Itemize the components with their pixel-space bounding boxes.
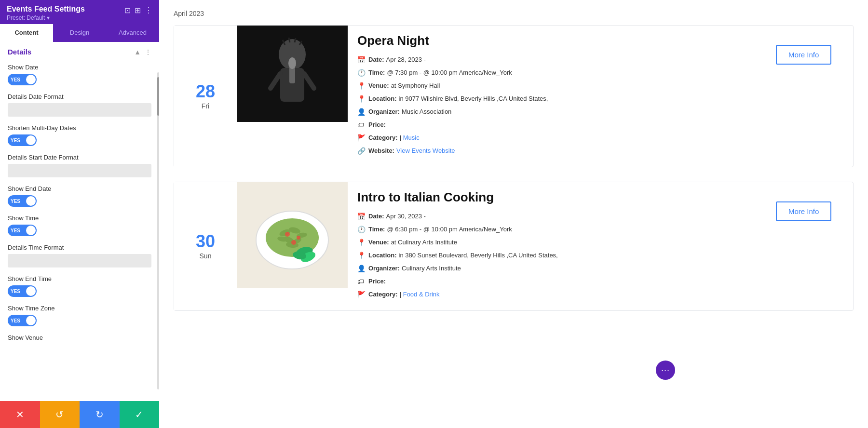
organizer-icon: 👤 [357,107,366,117]
cooking-day-name: Sun [200,252,212,260]
opera-category-row: 🚩 Category: | Music [357,133,766,143]
cooking-category-icon: 🚩 [357,290,366,300]
cooking-organizer-row: 👤 Organizer: Culinary Arts Institute [357,264,766,274]
svg-point-4 [288,57,296,69]
svg-point-21 [285,232,290,237]
show-timezone-toggle[interactable]: YES [8,315,37,326]
opera-organizer-value: Music Association [402,107,451,117]
show-date-toggle[interactable]: YES [8,74,37,85]
opera-website-label: Website: [368,146,394,156]
panel-title: Events Feed Settings [7,5,85,13]
cooking-calendar-icon: 📅 [357,212,366,222]
right-content: April 2023 28 Fri [159,0,868,428]
details-date-format-input[interactable] [8,103,151,117]
opera-price-label: Price: [368,120,386,130]
cooking-category-value: | Food & Drink [400,290,440,299]
shorten-multiday-label: Shorten Multi-Day Dates [8,124,151,132]
opera-website-link[interactable]: View Events Website [396,146,455,156]
cooking-right: More Info [776,182,853,310]
opera-organizer-row: 👤 Organizer: Music Association [357,107,766,117]
cooking-category-label: Category: [368,290,398,299]
category-icon: 🚩 [357,133,366,143]
shorten-multiday-toggle[interactable]: YES [8,134,37,146]
cooking-image [237,182,348,288]
cooking-price-label: Price: [368,277,386,286]
show-date-label: Show Date [8,64,151,71]
details-date-format-field: Details Date Format [0,89,159,120]
cooking-date-box: 30 Sun [174,182,237,310]
opera-date-value: Apr 28, 2023 - [386,55,426,65]
opera-date-row: 📅 Date: Apr 28, 2023 - [357,55,766,65]
show-end-date-toggle[interactable]: YES [8,195,37,207]
tab-advanced[interactable]: Advanced [106,24,159,42]
price-icon: 🏷 [357,120,366,130]
show-date-field: Show Date YES [0,60,159,89]
show-end-date-field: Show End Date YES [0,181,159,211]
opera-location-label: Location: [368,94,397,104]
cooking-day-num: 30 [196,233,215,250]
opera-time-value: @ 7:30 pm - @ 10:00 pm America/New_York [387,68,512,78]
cooking-category-link[interactable]: Food & Drink [403,291,440,298]
tab-design[interactable]: Design [53,24,106,42]
show-time-field: Show Time YES [0,211,159,240]
cooking-organizer-label: Organizer: [368,264,400,273]
opera-time-row: 🕐 Time: @ 7:30 pm - @ 10:00 pm America/N… [357,68,766,78]
cooking-venue-label: Venue: [368,238,389,247]
collapse-icon[interactable]: ▲ [134,48,141,56]
cooking-time-row: 🕐 Time: @ 6:30 pm - @ 10:00 pm America/N… [357,225,766,235]
cooking-location-row: 📍 Location: in 380 Sunset Boulevard, Bev… [357,251,766,261]
panel-tabs: Content Design Advanced [0,24,159,42]
show-time-toggle[interactable]: YES [8,225,37,236]
svg-point-22 [297,236,300,240]
bubble-dots-icon: ··· [661,365,670,375]
save-button[interactable]: ✓ [120,401,160,428]
reset-button[interactable]: ↺ [40,401,80,428]
event-card-cooking: 30 Sun [174,182,854,311]
opera-organizer-label: Organizer: [368,107,400,117]
cooking-more-info-button[interactable]: More Info [776,201,831,221]
event-card-opera: 28 Fri [174,25,854,167]
details-time-format-input[interactable] [8,254,151,268]
panel-header: Events Feed Settings Preset: Default ▾ ⊡… [0,0,159,24]
show-time-label: Show Time [8,214,151,222]
cooking-location-value: in 380 Sunset Boulevard, Beverly Hills ,… [399,251,558,260]
more-options-icon[interactable]: ⋮ [145,6,152,15]
opera-location-row: 📍 Location: in 9077 Wilshire Blvd, Bever… [357,94,766,104]
opera-right: More Info [776,26,853,167]
details-start-date-format-input[interactable] [8,164,151,177]
opera-details: Opera Night 📅 Date: Apr 28, 2023 - 🕐 Tim… [348,26,776,167]
cancel-button[interactable]: ✕ [0,401,40,428]
scroll-track[interactable] [157,72,159,389]
layout-icon[interactable]: ⊞ [135,6,141,15]
show-timezone-field: Show Time Zone YES [0,301,159,330]
scroll-thumb[interactable] [157,77,159,116]
details-section-header: Details ▲ ⋮ [0,42,159,60]
calendar-icon: 📅 [357,55,366,65]
tab-content[interactable]: Content [0,24,53,42]
details-start-date-format-label: Details Start Date Format [8,154,151,161]
opera-day-num: 28 [196,83,215,100]
opera-category-link[interactable]: Music [403,134,420,141]
shorten-multiday-field: Shorten Multi-Day Dates YES [0,120,159,150]
expand-icon[interactable]: ⊡ [124,6,131,15]
cooking-title: Intro to Italian Cooking [357,190,766,205]
opera-more-info-button[interactable]: More Info [776,45,831,65]
tooltip-bubble[interactable]: ··· [656,361,675,380]
section-more-icon[interactable]: ⋮ [145,48,151,56]
panel-header-icons: ⊡ ⊞ ⋮ [124,6,152,15]
cooking-time-value: @ 6:30 pm - @ 10:00 pm America/New_York [387,225,512,234]
cooking-category-row: 🚩 Category: | Food & Drink [357,290,766,300]
show-timezone-label: Show Time Zone [8,305,151,312]
show-venue-field: Show Venue [0,330,159,348]
venue-pin-icon: 📍 [357,81,366,91]
panel-body: Details ▲ ⋮ Show Date YES Details Date F… [0,42,159,428]
cooking-venue-value: at Culinary Arts Institute [391,238,457,247]
cooking-date-row: 📅 Date: Apr 30, 2023 - [357,212,766,222]
opera-category-label: Category: [368,133,398,143]
preset-selector[interactable]: Preset: Default ▾ [7,14,85,21]
redo-button[interactable]: ↻ [80,401,120,428]
details-time-format-label: Details Time Format [8,244,151,251]
cooking-date-value: Apr 30, 2023 - [386,212,426,221]
show-end-time-toggle[interactable]: YES [8,285,37,297]
cooking-clock-icon: 🕐 [357,225,366,235]
